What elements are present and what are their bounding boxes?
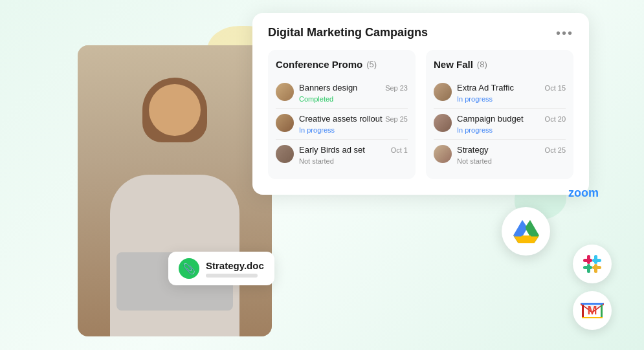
svg-rect-5 — [592, 259, 601, 262]
task-info: Strategy Oct 25 Not started — [457, 145, 566, 165]
avatar — [276, 145, 294, 163]
task-item[interactable]: Extra Ad Traffic Oct 15 In progress — [434, 78, 566, 109]
strategy-doc-name: Strategy.doc — [206, 260, 264, 271]
person-photo — [78, 45, 272, 336]
avatar — [434, 83, 452, 101]
zoom-label: zoom — [568, 186, 599, 200]
strategy-doc-card: 📎 Strategy.doc — [168, 252, 274, 285]
google-drive-integration[interactable] — [502, 207, 550, 256]
task-item[interactable]: Campaign budget Oct 20 In progress — [434, 109, 566, 140]
column-2-count: (8) — [477, 60, 487, 69]
task-item[interactable]: Banners design Sep 23 Completed — [276, 78, 408, 109]
avatar — [434, 114, 452, 132]
task-date: Sep 23 — [385, 84, 408, 92]
task-name: Banners design — [299, 83, 357, 94]
svg-text:M: M — [588, 304, 597, 317]
task-name-row: Early Birds ad set Oct 1 — [299, 145, 408, 156]
task-name: Early Birds ad set — [299, 145, 365, 156]
gmail-integration[interactable]: M — [573, 291, 612, 330]
main-card: Digital Marketing Campaigns ••• Conferen… — [252, 13, 589, 195]
task-name-row: Campaign budget Oct 20 — [457, 114, 566, 125]
svg-rect-3 — [583, 259, 592, 262]
task-status: In progress — [457, 95, 566, 103]
column-conference-promo: Conference Promo (5) Banners design Sep … — [268, 50, 416, 179]
task-item[interactable]: Early Birds ad set Oct 1 Not started — [276, 140, 408, 170]
column-1-header: Conference Promo (5) — [276, 59, 408, 70]
task-item[interactable]: Strategy Oct 25 Not started — [434, 140, 566, 170]
card-header: Digital Marketing Campaigns ••• — [268, 26, 573, 39]
task-date: Oct 20 — [545, 115, 566, 123]
svg-rect-9 — [592, 266, 601, 269]
task-name-row: Extra Ad Traffic Oct 15 — [457, 83, 566, 94]
task-status: In progress — [299, 126, 408, 134]
task-name-row: Creative assets rollout Sep 25 — [299, 114, 408, 125]
column-new-fall: New Fall (8) Extra Ad Traffic Oct 15 In … — [426, 50, 573, 179]
column-2-title: New Fall — [434, 59, 473, 70]
task-info: Extra Ad Traffic Oct 15 In progress — [457, 83, 566, 103]
task-status: In progress — [457, 126, 566, 134]
task-info: Banners design Sep 23 Completed — [299, 83, 408, 103]
drive-icon-svg — [514, 221, 539, 243]
strategy-text: Strategy.doc — [206, 260, 264, 278]
card-title: Digital Marketing Campaigns — [268, 26, 428, 39]
task-name: Campaign budget — [457, 114, 524, 125]
task-status: Not started — [457, 157, 566, 165]
task-name: Extra Ad Traffic — [457, 83, 514, 94]
gmail-icon: M — [581, 301, 604, 320]
task-info: Campaign budget Oct 20 In progress — [457, 114, 566, 134]
task-status: Not started — [299, 157, 408, 165]
strategy-doc-bar — [206, 274, 258, 278]
attachment-icon: 📎 — [179, 258, 199, 279]
task-status: Completed — [299, 95, 408, 103]
avatar — [434, 145, 452, 163]
column-2-header: New Fall (8) — [434, 59, 566, 70]
task-date: Oct 1 — [391, 146, 408, 154]
task-item[interactable]: Creative assets rollout Sep 25 In progre… — [276, 109, 408, 140]
task-name: Strategy — [457, 145, 488, 156]
zoom-integration-area[interactable]: zoom — [568, 186, 599, 200]
task-info: Early Birds ad set Oct 1 Not started — [299, 145, 408, 165]
svg-rect-15 — [582, 305, 584, 318]
task-name: Creative assets rollout — [299, 114, 383, 125]
column-1-count: (5) — [366, 60, 377, 69]
avatar — [276, 83, 294, 101]
column-1-title: Conference Promo — [276, 59, 362, 70]
task-date: Sep 25 — [385, 115, 408, 123]
svg-rect-17 — [582, 317, 603, 318]
slack-integration[interactable] — [573, 245, 612, 283]
person-silhouette — [78, 45, 272, 336]
task-date: Oct 25 — [545, 146, 566, 154]
svg-rect-7 — [583, 266, 592, 269]
task-info: Creative assets rollout Sep 25 In progre… — [299, 114, 408, 134]
columns-container: Conference Promo (5) Banners design Sep … — [268, 50, 573, 179]
slack-icon — [582, 254, 603, 274]
task-name-row: Strategy Oct 25 — [457, 145, 566, 156]
more-options-button[interactable]: ••• — [556, 27, 573, 39]
task-date: Oct 15 — [545, 84, 566, 92]
person-face — [149, 84, 201, 136]
task-name-row: Banners design Sep 23 — [299, 83, 408, 94]
avatar — [276, 114, 294, 132]
svg-rect-16 — [601, 305, 603, 318]
